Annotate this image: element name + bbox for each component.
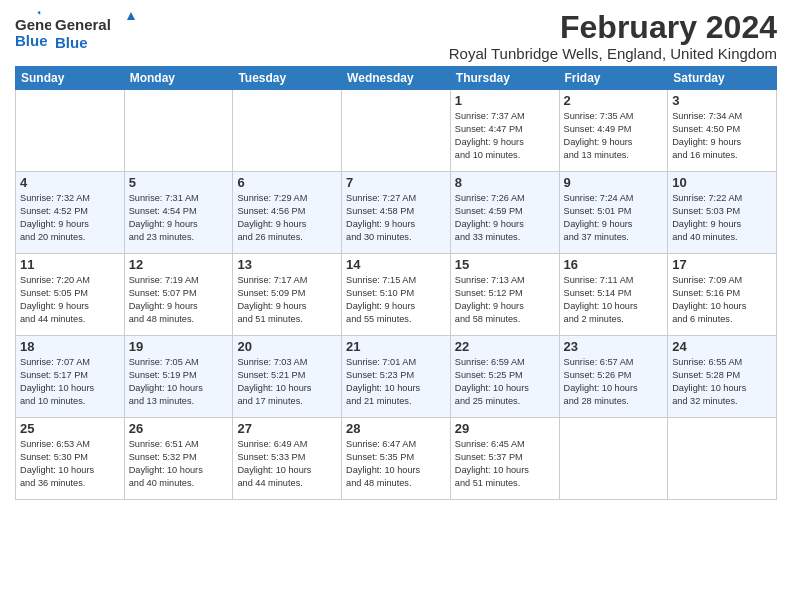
cell-info: Sunrise: 7:27 AMSunset: 4:58 PMDaylight:…: [346, 192, 446, 244]
cell-info: Sunrise: 7:09 AMSunset: 5:16 PMDaylight:…: [672, 274, 772, 326]
day-number: 29: [455, 421, 555, 436]
calendar-cell: [233, 90, 342, 172]
week-row-5: 25Sunrise: 6:53 AMSunset: 5:30 PMDayligh…: [16, 418, 777, 500]
calendar-cell: 11Sunrise: 7:20 AMSunset: 5:05 PMDayligh…: [16, 254, 125, 336]
day-number: 17: [672, 257, 772, 272]
calendar-cell: 1Sunrise: 7:37 AMSunset: 4:47 PMDaylight…: [450, 90, 559, 172]
cell-info: Sunrise: 7:35 AMSunset: 4:49 PMDaylight:…: [564, 110, 664, 162]
calendar-cell: [124, 90, 233, 172]
col-saturday: Saturday: [668, 67, 777, 90]
day-number: 20: [237, 339, 337, 354]
col-thursday: Thursday: [450, 67, 559, 90]
day-number: 8: [455, 175, 555, 190]
day-number: 22: [455, 339, 555, 354]
cell-info: Sunrise: 6:53 AMSunset: 5:30 PMDaylight:…: [20, 438, 120, 490]
calendar-cell: [559, 418, 668, 500]
col-friday: Friday: [559, 67, 668, 90]
day-number: 13: [237, 257, 337, 272]
calendar-cell: [16, 90, 125, 172]
title-block: February 2024 Royal Tunbridge Wells, Eng…: [449, 10, 777, 62]
calendar-cell: 18Sunrise: 7:07 AMSunset: 5:17 PMDayligh…: [16, 336, 125, 418]
day-number: 23: [564, 339, 664, 354]
day-number: 4: [20, 175, 120, 190]
day-number: 12: [129, 257, 229, 272]
day-number: 27: [237, 421, 337, 436]
calendar-cell: 10Sunrise: 7:22 AMSunset: 5:03 PMDayligh…: [668, 172, 777, 254]
day-number: 5: [129, 175, 229, 190]
cell-info: Sunrise: 6:55 AMSunset: 5:28 PMDaylight:…: [672, 356, 772, 408]
logo-full: General Blue: [55, 10, 135, 54]
calendar-cell: 25Sunrise: 6:53 AMSunset: 5:30 PMDayligh…: [16, 418, 125, 500]
cell-info: Sunrise: 7:17 AMSunset: 5:09 PMDaylight:…: [237, 274, 337, 326]
calendar-cell: [668, 418, 777, 500]
calendar-cell: 23Sunrise: 6:57 AMSunset: 5:26 PMDayligh…: [559, 336, 668, 418]
cell-info: Sunrise: 7:03 AMSunset: 5:21 PMDaylight:…: [237, 356, 337, 408]
svg-text:General: General: [55, 16, 111, 33]
day-number: 7: [346, 175, 446, 190]
calendar-cell: 28Sunrise: 6:47 AMSunset: 5:35 PMDayligh…: [342, 418, 451, 500]
calendar-cell: 7Sunrise: 7:27 AMSunset: 4:58 PMDaylight…: [342, 172, 451, 254]
cell-info: Sunrise: 7:34 AMSunset: 4:50 PMDaylight:…: [672, 110, 772, 162]
day-number: 21: [346, 339, 446, 354]
calendar-cell: 3Sunrise: 7:34 AMSunset: 4:50 PMDaylight…: [668, 90, 777, 172]
cell-info: Sunrise: 7:05 AMSunset: 5:19 PMDaylight:…: [129, 356, 229, 408]
calendar-cell: 2Sunrise: 7:35 AMSunset: 4:49 PMDaylight…: [559, 90, 668, 172]
cell-info: Sunrise: 6:57 AMSunset: 5:26 PMDaylight:…: [564, 356, 664, 408]
cell-info: Sunrise: 7:15 AMSunset: 5:10 PMDaylight:…: [346, 274, 446, 326]
logo: General Blue General Blue: [15, 10, 135, 58]
cell-info: Sunrise: 6:45 AMSunset: 5:37 PMDaylight:…: [455, 438, 555, 490]
day-number: 26: [129, 421, 229, 436]
calendar-cell: 24Sunrise: 6:55 AMSunset: 5:28 PMDayligh…: [668, 336, 777, 418]
calendar-cell: 6Sunrise: 7:29 AMSunset: 4:56 PMDaylight…: [233, 172, 342, 254]
calendar-cell: 21Sunrise: 7:01 AMSunset: 5:23 PMDayligh…: [342, 336, 451, 418]
svg-marker-4: [127, 12, 135, 20]
calendar-cell: 20Sunrise: 7:03 AMSunset: 5:21 PMDayligh…: [233, 336, 342, 418]
col-wednesday: Wednesday: [342, 67, 451, 90]
col-monday: Monday: [124, 67, 233, 90]
page-container: General Blue General Blue February 2024 …: [0, 0, 792, 505]
cell-info: Sunrise: 7:32 AMSunset: 4:52 PMDaylight:…: [20, 192, 120, 244]
day-number: 24: [672, 339, 772, 354]
cell-info: Sunrise: 7:19 AMSunset: 5:07 PMDaylight:…: [129, 274, 229, 326]
calendar-cell: 12Sunrise: 7:19 AMSunset: 5:07 PMDayligh…: [124, 254, 233, 336]
cell-info: Sunrise: 7:13 AMSunset: 5:12 PMDaylight:…: [455, 274, 555, 326]
calendar-cell: 9Sunrise: 7:24 AMSunset: 5:01 PMDaylight…: [559, 172, 668, 254]
calendar-cell: 19Sunrise: 7:05 AMSunset: 5:19 PMDayligh…: [124, 336, 233, 418]
calendar-cell: 27Sunrise: 6:49 AMSunset: 5:33 PMDayligh…: [233, 418, 342, 500]
header-row: Sunday Monday Tuesday Wednesday Thursday…: [16, 67, 777, 90]
week-row-3: 11Sunrise: 7:20 AMSunset: 5:05 PMDayligh…: [16, 254, 777, 336]
calendar-cell: 26Sunrise: 6:51 AMSunset: 5:32 PMDayligh…: [124, 418, 233, 500]
calendar-cell: 14Sunrise: 7:15 AMSunset: 5:10 PMDayligh…: [342, 254, 451, 336]
header: General Blue General Blue February 2024 …: [15, 10, 777, 62]
day-number: 1: [455, 93, 555, 108]
cell-info: Sunrise: 7:22 AMSunset: 5:03 PMDaylight:…: [672, 192, 772, 244]
day-number: 28: [346, 421, 446, 436]
day-number: 11: [20, 257, 120, 272]
calendar-cell: 5Sunrise: 7:31 AMSunset: 4:54 PMDaylight…: [124, 172, 233, 254]
svg-text:Blue: Blue: [55, 34, 88, 51]
calendar-table: Sunday Monday Tuesday Wednesday Thursday…: [15, 66, 777, 500]
day-number: 2: [564, 93, 664, 108]
cell-info: Sunrise: 7:07 AMSunset: 5:17 PMDaylight:…: [20, 356, 120, 408]
location-title: Royal Tunbridge Wells, England, United K…: [449, 45, 777, 62]
cell-info: Sunrise: 6:47 AMSunset: 5:35 PMDaylight:…: [346, 438, 446, 490]
calendar-cell: 17Sunrise: 7:09 AMSunset: 5:16 PMDayligh…: [668, 254, 777, 336]
cell-info: Sunrise: 7:20 AMSunset: 5:05 PMDaylight:…: [20, 274, 120, 326]
calendar-cell: 8Sunrise: 7:26 AMSunset: 4:59 PMDaylight…: [450, 172, 559, 254]
day-number: 10: [672, 175, 772, 190]
calendar-cell: 13Sunrise: 7:17 AMSunset: 5:09 PMDayligh…: [233, 254, 342, 336]
cell-info: Sunrise: 7:29 AMSunset: 4:56 PMDaylight:…: [237, 192, 337, 244]
svg-marker-2: [37, 11, 40, 15]
cell-info: Sunrise: 7:11 AMSunset: 5:14 PMDaylight:…: [564, 274, 664, 326]
day-number: 16: [564, 257, 664, 272]
calendar-cell: [342, 90, 451, 172]
week-row-4: 18Sunrise: 7:07 AMSunset: 5:17 PMDayligh…: [16, 336, 777, 418]
day-number: 14: [346, 257, 446, 272]
cell-info: Sunrise: 7:37 AMSunset: 4:47 PMDaylight:…: [455, 110, 555, 162]
day-number: 3: [672, 93, 772, 108]
day-number: 15: [455, 257, 555, 272]
svg-text:General: General: [15, 16, 51, 33]
day-number: 18: [20, 339, 120, 354]
week-row-1: 1Sunrise: 7:37 AMSunset: 4:47 PMDaylight…: [16, 90, 777, 172]
cell-info: Sunrise: 7:01 AMSunset: 5:23 PMDaylight:…: [346, 356, 446, 408]
